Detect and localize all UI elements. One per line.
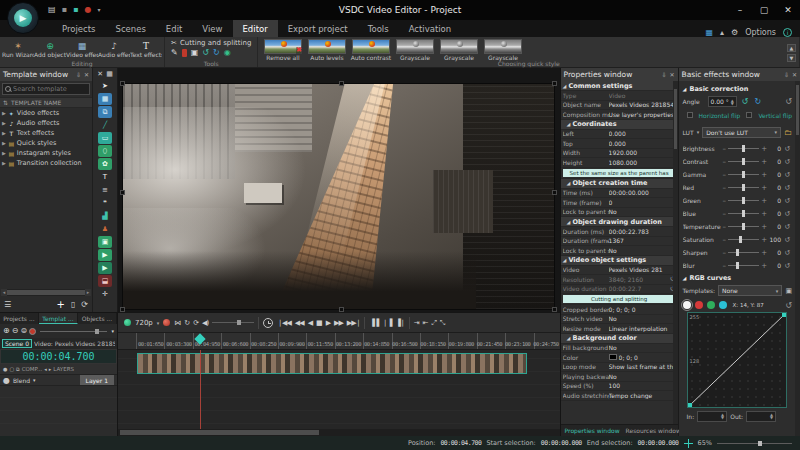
tree-item-instagram-styles[interactable]: ▶▤Instagram styles bbox=[0, 148, 92, 158]
quick-style-grayscale-3[interactable]: Grayscale bbox=[394, 39, 435, 61]
prop-stretch-video[interactable]: Stretch videoNo bbox=[561, 315, 678, 325]
curve-channel-0[interactable] bbox=[683, 301, 691, 309]
prop-value[interactable]: Video bbox=[609, 92, 676, 99]
prop-loop-mode[interactable]: Loop modeShow last frame at th bbox=[561, 363, 678, 373]
record-icon[interactable]: ● bbox=[84, 6, 91, 14]
slider-thumb[interactable] bbox=[742, 223, 745, 230]
prop-value[interactable]: 0; 0; 0 bbox=[619, 354, 676, 361]
loop-icon[interactable]: ↻ bbox=[184, 319, 189, 327]
tree-item-video-effects[interactable]: ▶✦Video effects bbox=[0, 108, 92, 118]
slider-minus-icon[interactable]: – bbox=[723, 262, 727, 270]
marker-out-button[interactable]: ⇤ bbox=[423, 319, 428, 327]
slider-minus-icon[interactable]: – bbox=[723, 184, 727, 192]
clock-icon[interactable] bbox=[263, 318, 273, 328]
add-video-icon[interactable]: ▶ bbox=[98, 249, 112, 261]
quick-style-auto-contrast-2[interactable]: Auto contrast bbox=[350, 39, 391, 61]
quick-style-up-icon[interactable]: ▲ bbox=[787, 44, 796, 52]
slider-track[interactable] bbox=[728, 265, 759, 266]
collapse-ribbon-icon[interactable]: ▴ bbox=[720, 28, 724, 37]
ribbon-item-text-effects[interactable]: TText effects bbox=[131, 38, 161, 60]
video-preview[interactable] bbox=[123, 84, 554, 309]
prop-value[interactable]: 3840; 2160 bbox=[609, 276, 669, 283]
options-label[interactable]: Options bbox=[745, 28, 776, 37]
shape-tool-icon[interactable]: ✿ bbox=[98, 158, 112, 170]
curve-point[interactable] bbox=[688, 403, 692, 407]
lut-dropdown-icon[interactable]: ▾ bbox=[697, 129, 700, 135]
prop-type[interactable]: TypeVideo bbox=[561, 91, 678, 101]
prop-section-coordinates[interactable]: ◢Coordinates bbox=[561, 120, 678, 130]
expand-button[interactable]: ⤢ bbox=[431, 319, 436, 327]
go-start-button[interactable]: ❘◀◀ bbox=[277, 319, 291, 327]
close-panel-icon[interactable]: ✕ bbox=[792, 71, 797, 78]
menu-tab-editor[interactable]: Editor bbox=[233, 20, 278, 37]
reset-icon[interactable]: ↺ bbox=[783, 210, 792, 218]
prop-value[interactable]: No bbox=[609, 344, 676, 351]
slider-thumb[interactable] bbox=[736, 249, 739, 256]
prop-button-set-the-same-size-as-the-parent-has[interactable]: Set the same size as the parent has bbox=[563, 169, 676, 177]
pen-tool-icon[interactable]: ✎ bbox=[171, 48, 178, 57]
curve-template-select[interactable]: None ▾ bbox=[718, 285, 782, 296]
export-icon[interactable]: ▪ bbox=[73, 6, 78, 14]
quick-style-grayscale-4[interactable]: Grayscale bbox=[438, 39, 479, 61]
pointer-tool-icon[interactable]: ➤ bbox=[98, 80, 112, 92]
quick-style-grayscale-5[interactable]: Grayscale bbox=[482, 39, 523, 61]
curve-channel-2[interactable] bbox=[707, 301, 715, 309]
reset-icon[interactable]: ↺ bbox=[783, 223, 792, 231]
flip-preview-icon[interactable]: ⋈ bbox=[174, 319, 180, 327]
subtitles-tool-icon[interactable]: ≡ bbox=[98, 184, 112, 196]
layer-row[interactable]: ● Blend ▾ Layer 1 bbox=[0, 374, 117, 386]
rgb-curves-section[interactable]: ◢ RGB curves bbox=[683, 272, 792, 283]
quick-style-auto-levels-1[interactable]: Auto levels bbox=[306, 39, 347, 61]
slider-plus-icon[interactable]: + bbox=[761, 249, 767, 257]
volume-slider[interactable] bbox=[212, 322, 254, 323]
resize-handle[interactable] bbox=[120, 307, 125, 312]
slider-minus-icon[interactable]: – bbox=[723, 197, 727, 205]
slider-minus-icon[interactable]: – bbox=[723, 223, 727, 231]
rotate-cw-icon[interactable]: ↻ bbox=[213, 48, 220, 57]
prop-value[interactable]: 1367 bbox=[609, 237, 676, 244]
timeline-ruler[interactable]: 00:01:65000:03:30000:04:95000:06:60000:0… bbox=[118, 333, 560, 350]
slider-thumb[interactable] bbox=[739, 236, 742, 243]
slider-plus-icon[interactable]: + bbox=[761, 223, 767, 231]
reset-angle-icon[interactable]: ↺ bbox=[785, 97, 792, 106]
template-search[interactable] bbox=[2, 83, 90, 95]
layer-name[interactable]: Layer 1 bbox=[80, 375, 114, 385]
slider-plus-icon[interactable]: + bbox=[761, 210, 767, 218]
rotate-ccw-icon[interactable]: ↺ bbox=[740, 97, 750, 107]
fit-preview-icon[interactable] bbox=[684, 439, 693, 448]
reset-icon[interactable]: ↺ bbox=[783, 184, 792, 192]
rotate-ccw-icon[interactable]: ↺ bbox=[202, 48, 209, 57]
grid-icon[interactable]: ▦ bbox=[106, 70, 113, 78]
resolution-dropdown-icon[interactable]: ▾ bbox=[157, 320, 160, 326]
search-input[interactable] bbox=[13, 85, 87, 93]
menu-tab-scenes[interactable]: Scenes bbox=[106, 20, 156, 37]
expand-arrow-icon[interactable]: ▶ bbox=[2, 130, 6, 136]
panel-tab-templat[interactable]: Templat ... bbox=[39, 313, 78, 324]
maximize-button[interactable]: ▢ bbox=[752, 5, 776, 15]
prop-video[interactable]: VideoPexels Videos 281 bbox=[561, 266, 678, 276]
expand-arrow-icon[interactable]: ▶ bbox=[2, 120, 6, 126]
cut-end-button[interactable]: ▐❘ bbox=[395, 319, 404, 327]
basic-correction-section[interactable]: ◢ Basic correction bbox=[683, 83, 792, 94]
menu-tab-edit[interactable]: Edit bbox=[156, 20, 192, 37]
prop-speed[interactable]: Speed (%)100 bbox=[561, 382, 678, 392]
slider-minus-icon[interactable]: – bbox=[723, 236, 727, 244]
properties-vscrollbar[interactable] bbox=[673, 81, 678, 424]
prop-section-video-object-settings[interactable]: ◢Video object settings bbox=[561, 256, 678, 266]
prop-value[interactable]: Pexels Videos 281 bbox=[609, 266, 676, 273]
prop-color[interactable]: Color0; 0; 0 bbox=[561, 353, 678, 363]
sprite-tool-icon[interactable]: ▦ bbox=[98, 93, 112, 105]
slider-track[interactable] bbox=[728, 213, 759, 214]
add-clip-icon[interactable]: ▶ bbox=[98, 262, 112, 274]
layout-icon[interactable]: ▦ bbox=[705, 28, 713, 37]
shrink-button[interactable]: ⤡ bbox=[440, 319, 445, 327]
slider-plus-icon[interactable]: + bbox=[761, 158, 767, 166]
info-icon[interactable]: i bbox=[783, 28, 792, 37]
prop-value[interactable]: 00:00:22.7 bbox=[609, 285, 669, 292]
slider-track[interactable] bbox=[728, 200, 759, 201]
reset-icon[interactable]: ↺ bbox=[783, 145, 792, 153]
cutting-splitting-header[interactable]: ✂ Cutting and splitting bbox=[165, 37, 257, 47]
quick-access-dropdown-icon[interactable]: ▾ bbox=[97, 6, 100, 14]
add-template-icon[interactable]: + bbox=[57, 299, 65, 310]
prop-value[interactable]: 1080.000 bbox=[609, 159, 676, 166]
